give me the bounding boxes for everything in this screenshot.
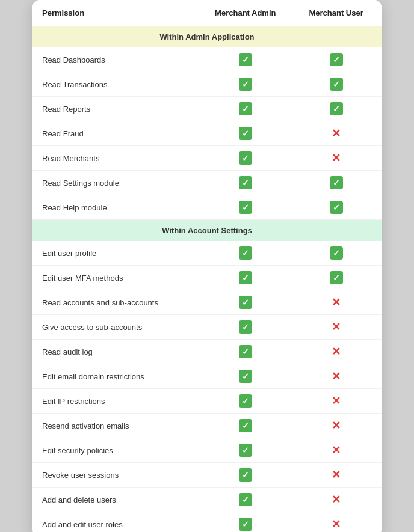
permission-label: Give access to sub-accounts	[32, 315, 200, 340]
table-row: Read accounts and sub-accounts✓✕	[32, 290, 382, 315]
permission-label: Read accounts and sub-accounts	[32, 290, 200, 315]
table-row: Read Merchants✓✕	[32, 146, 382, 171]
user-cell: ✓	[291, 47, 382, 72]
check-icon: ✓	[239, 394, 252, 408]
check-icon: ✓	[239, 468, 252, 482]
check-icon: ✓	[330, 246, 343, 260]
admin-cell: ✓	[200, 290, 291, 315]
table-row: Give access to sub-accounts✓✕	[32, 315, 382, 340]
section-title-1: Within Account Settings	[32, 220, 382, 242]
user-cell: ✓	[291, 241, 382, 266]
permission-label: Read Reports	[32, 97, 200, 121]
user-cell: ✓	[291, 195, 382, 220]
cross-icon: ✕	[332, 494, 341, 505]
table-row: Read Dashboards✓✓	[32, 47, 382, 72]
user-cell: ✕	[291, 121, 382, 146]
check-icon: ✓	[239, 78, 252, 91]
user-cell: ✓	[291, 72, 382, 97]
col-merchant-admin-header: Merchant Admin	[200, 0, 291, 26]
check-icon: ✓	[239, 102, 252, 115]
user-cell: ✕	[291, 315, 382, 340]
admin-cell: ✓	[200, 389, 291, 414]
check-icon: ✓	[330, 201, 343, 214]
table-row: Add and delete users✓✕	[32, 488, 382, 512]
admin-cell: ✓	[200, 463, 291, 488]
permission-label: Read Merchants	[32, 146, 200, 171]
permission-label: Edit security policies	[32, 438, 200, 463]
admin-cell: ✓	[200, 72, 291, 97]
table-row: Read Help module✓✓	[32, 195, 382, 220]
table-body: Within Admin ApplicationRead Dashboards✓…	[32, 26, 382, 533]
check-icon: ✓	[330, 102, 343, 115]
admin-cell: ✓	[200, 512, 291, 533]
table-row: Revoke user sessions✓✕	[32, 463, 382, 488]
admin-cell: ✓	[200, 121, 291, 146]
admin-cell: ✓	[200, 488, 291, 512]
section-header-1: Within Account Settings	[32, 220, 382, 242]
admin-cell: ✓	[200, 414, 291, 438]
table-row: Resend activation emails✓✕	[32, 414, 382, 438]
permission-label: Read Help module	[32, 195, 200, 220]
check-icon: ✓	[239, 493, 252, 506]
admin-cell: ✓	[200, 171, 291, 195]
check-icon: ✓	[239, 53, 252, 66]
admin-cell: ✓	[200, 47, 291, 72]
admin-cell: ✓	[200, 266, 291, 290]
permission-label: Read audit log	[32, 340, 200, 364]
cross-icon: ✕	[332, 371, 341, 382]
permission-label: Revoke user sessions	[32, 463, 200, 488]
permissions-card: Permission Merchant Admin Merchant User …	[32, 0, 382, 532]
cross-icon: ✕	[332, 322, 341, 332]
table-row: Read Fraud✓✕	[32, 121, 382, 146]
check-icon: ✓	[330, 53, 343, 66]
table-row: Edit user profile✓✓	[32, 241, 382, 266]
check-icon: ✓	[239, 444, 252, 457]
table-header-row: Permission Merchant Admin Merchant User	[32, 0, 382, 26]
user-cell: ✓	[291, 171, 382, 195]
user-cell: ✕	[291, 438, 382, 463]
cross-icon: ✕	[332, 420, 341, 431]
user-cell: ✓	[291, 266, 382, 290]
check-icon: ✓	[239, 518, 252, 531]
user-cell: ✕	[291, 488, 382, 512]
user-cell: ✕	[291, 290, 382, 315]
user-cell: ✕	[291, 146, 382, 171]
check-icon: ✓	[239, 246, 252, 260]
table-row: Read Settings module✓✓	[32, 171, 382, 195]
user-cell: ✕	[291, 389, 382, 414]
cross-icon: ✕	[332, 153, 341, 164]
check-icon: ✓	[239, 345, 252, 358]
cross-icon: ✕	[332, 519, 341, 530]
cross-icon: ✕	[332, 128, 341, 139]
check-icon: ✓	[239, 176, 252, 189]
table-row: Edit IP restrictions✓✕	[32, 389, 382, 414]
section-title-0: Within Admin Application	[32, 26, 382, 48]
permission-label: Add and delete users	[32, 488, 200, 512]
table-row: Edit user MFA methods✓✓	[32, 266, 382, 290]
check-icon: ✓	[239, 296, 252, 309]
permission-label: Resend activation emails	[32, 414, 200, 438]
permission-label: Edit user MFA methods	[32, 266, 200, 290]
check-icon: ✓	[330, 176, 343, 189]
admin-cell: ✓	[200, 241, 291, 266]
user-cell: ✕	[291, 463, 382, 488]
permission-label: Read Dashboards	[32, 47, 200, 72]
permission-label: Add and edit user roles	[32, 512, 200, 533]
permission-label: Edit user profile	[32, 241, 200, 266]
table-row: Edit email domain restrictions✓✕	[32, 364, 382, 389]
check-icon: ✓	[239, 419, 252, 432]
user-cell: ✓	[291, 97, 382, 121]
cross-icon: ✕	[332, 297, 341, 308]
cross-icon: ✕	[332, 445, 341, 456]
check-icon: ✓	[239, 201, 252, 214]
cross-icon: ✕	[332, 396, 341, 406]
check-icon: ✓	[239, 127, 252, 140]
permissions-table: Permission Merchant Admin Merchant User …	[32, 0, 382, 532]
col-merchant-user-header: Merchant User	[291, 0, 382, 26]
admin-cell: ✓	[200, 195, 291, 220]
table-row: Add and edit user roles✓✕	[32, 512, 382, 533]
cross-icon: ✕	[332, 346, 341, 357]
check-icon: ✓	[239, 370, 252, 383]
check-icon: ✓	[239, 320, 252, 334]
table-row: Read Reports✓✓	[32, 97, 382, 121]
